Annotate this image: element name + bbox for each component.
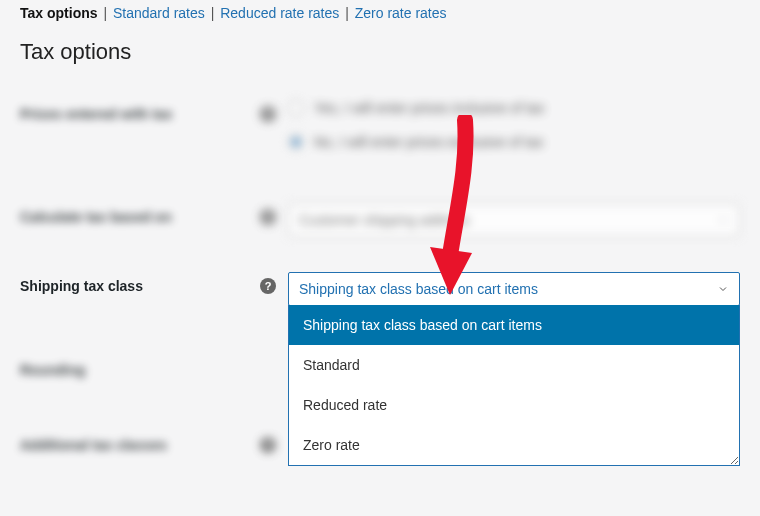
tax-subtabs: Tax options | Standard rates | Reduced r…: [20, 5, 740, 21]
help-icon[interactable]: ?: [260, 278, 276, 294]
subtab-tax-options[interactable]: Tax options: [20, 5, 98, 21]
radio-inclusive[interactable]: Yes, I will enter prices inclusive of ta…: [288, 100, 740, 116]
label-additional-tax-classes: Additional tax classes: [20, 431, 260, 453]
label-prices-entered: Prices entered with tax: [20, 100, 260, 122]
radio-icon: [288, 134, 304, 150]
calc-based-select[interactable]: Customer shipping address: [288, 203, 740, 237]
chevron-down-icon: [717, 283, 729, 295]
label-shipping-tax-class: Shipping tax class: [20, 272, 260, 294]
subtab-standard-rates[interactable]: Standard rates: [113, 5, 205, 21]
subtab-reduced-rate-rates[interactable]: Reduced rate rates: [220, 5, 339, 21]
help-icon[interactable]: ?: [260, 209, 276, 225]
shipping-tax-class-select[interactable]: Shipping tax class based on cart items: [288, 272, 740, 306]
shipping-tax-class-dropdown: Shipping tax class based on cart items S…: [288, 305, 740, 466]
radio-exclusive[interactable]: No, I will enter prices exclusive of tax: [288, 134, 740, 150]
prices-entered-control: Yes, I will enter prices inclusive of ta…: [288, 100, 740, 168]
help-icon[interactable]: ?: [260, 437, 276, 453]
page-title: Tax options: [20, 39, 740, 65]
option-based-on-cart[interactable]: Shipping tax class based on cart items: [289, 305, 739, 345]
option-zero-rate[interactable]: Zero rate: [289, 425, 739, 465]
help-icon[interactable]: ?: [260, 106, 276, 122]
option-standard[interactable]: Standard: [289, 345, 739, 385]
label-calc-based: Calculate tax based on: [20, 203, 260, 225]
radio-icon: [288, 100, 304, 116]
chevron-down-icon: [717, 214, 729, 226]
select-value: Shipping tax class based on cart items: [299, 281, 538, 297]
label-rounding: Rounding: [20, 356, 260, 378]
subtab-zero-rate-rates[interactable]: Zero rate rates: [355, 5, 447, 21]
option-reduced-rate[interactable]: Reduced rate: [289, 385, 739, 425]
